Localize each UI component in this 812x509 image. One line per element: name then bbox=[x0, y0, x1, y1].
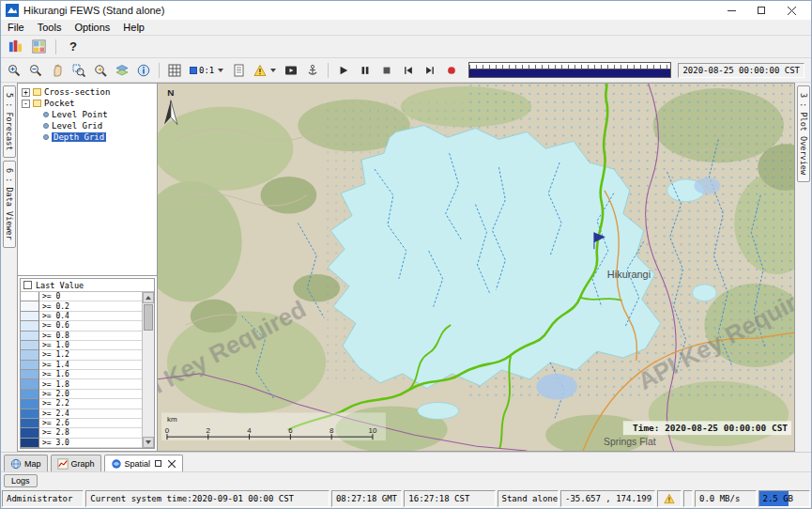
legend-swatch bbox=[21, 312, 39, 321]
expand-icon[interactable]: + bbox=[22, 88, 30, 97]
timeline-track[interactable] bbox=[469, 69, 670, 77]
status-system-time: Current system time:2020-09-01 00:00 CST bbox=[85, 490, 329, 507]
tree-node-depth-grid[interactable]: Depth Grid bbox=[18, 131, 157, 143]
status-memory: 2.5 GB bbox=[758, 490, 811, 507]
stop-icon bbox=[381, 65, 392, 76]
zoom-previous-icon bbox=[94, 64, 107, 77]
tab-plot-overview[interactable]: 3 : Plot Overview bbox=[797, 85, 810, 182]
scroll-down-icon[interactable] bbox=[143, 437, 154, 448]
legend-row: >= 2.4 bbox=[21, 409, 142, 419]
spatial-display-button[interactable] bbox=[28, 38, 49, 56]
legend-row: >= 2.2 bbox=[21, 399, 142, 409]
north-label: N bbox=[167, 87, 174, 98]
legend-swatch bbox=[21, 419, 39, 428]
area-label: Springs Flat bbox=[604, 437, 656, 447]
memory-usage-text: 2.5 GB bbox=[759, 494, 798, 503]
explorer-button[interactable] bbox=[5, 38, 25, 56]
folder-icon bbox=[33, 100, 41, 107]
tab-data-viewer[interactable]: 6 : Data Viewer bbox=[3, 161, 16, 248]
record-button[interactable] bbox=[441, 61, 462, 80]
tree-node-pocket[interactable]: - Pocket bbox=[18, 98, 157, 109]
tab-graph[interactable]: Graph bbox=[51, 455, 101, 471]
help-button[interactable]: ? bbox=[63, 38, 84, 56]
legend-swatch bbox=[21, 428, 39, 438]
collapse-icon[interactable]: - bbox=[22, 100, 30, 108]
legend-swatch bbox=[21, 390, 39, 399]
interval-dropdown[interactable]: 0:1 bbox=[186, 61, 227, 80]
town-label: Hikurangi bbox=[607, 269, 651, 280]
menu-file[interactable]: File bbox=[1, 21, 31, 34]
spatial-icon bbox=[111, 458, 122, 470]
stop-button[interactable] bbox=[376, 61, 397, 80]
close-tab-icon[interactable] bbox=[166, 458, 176, 469]
legend-label: >= 0.6 bbox=[39, 321, 142, 331]
interval-value: 0:1 bbox=[199, 66, 214, 75]
tree-node-cross-section[interactable]: + Cross-section bbox=[18, 86, 157, 98]
pause-button[interactable] bbox=[355, 61, 375, 80]
pan-button[interactable] bbox=[47, 61, 68, 80]
maximize-icon[interactable] bbox=[746, 2, 776, 19]
tree-node-level-grid[interactable]: Level Grid bbox=[18, 120, 157, 131]
scrollbar-thumb[interactable] bbox=[144, 304, 153, 331]
layer-dot-icon bbox=[43, 112, 49, 117]
grid-display-button[interactable] bbox=[164, 61, 185, 80]
tab-map-label: Map bbox=[24, 459, 41, 469]
tab-map[interactable]: Map bbox=[4, 455, 48, 471]
movie-export-button[interactable] bbox=[281, 61, 301, 80]
zoom-out-icon bbox=[29, 64, 42, 77]
timeline-slider[interactable] bbox=[468, 62, 671, 78]
warnings-dropdown[interactable] bbox=[250, 61, 280, 80]
legend-label: >= 0 bbox=[39, 292, 142, 301]
status-coordinates: -35.657 , 174.199 bbox=[560, 490, 655, 507]
legend-row: >= 2.6 bbox=[21, 419, 142, 428]
layers-button[interactable] bbox=[112, 61, 132, 80]
scale-bar: km 0 2 4 6 8 10 bbox=[161, 412, 386, 440]
legend-swatch bbox=[21, 321, 39, 331]
timeseries-button[interactable] bbox=[228, 61, 249, 80]
tree-node-label: Level Grid bbox=[52, 121, 102, 131]
legend-scrollbar[interactable] bbox=[142, 292, 154, 448]
zoom-in-button[interactable] bbox=[4, 61, 24, 80]
play-icon bbox=[338, 65, 349, 76]
map-canvas[interactable]: Hikurangi Springs Flat API Key Required … bbox=[158, 84, 794, 451]
legend-label: >= 1.8 bbox=[39, 379, 142, 389]
record-icon bbox=[446, 65, 457, 76]
step-forward-button[interactable] bbox=[420, 61, 440, 80]
scroll-up-icon[interactable] bbox=[143, 292, 154, 303]
scale-tick-label: 10 bbox=[369, 426, 377, 435]
legend-swatch bbox=[21, 409, 39, 419]
map-toolbar: 0:1 bbox=[1, 58, 811, 83]
current-datetime-display: 2020-08-25 00:00:00 CST bbox=[678, 63, 804, 78]
step-backward-button[interactable] bbox=[398, 61, 419, 80]
info-button[interactable] bbox=[133, 61, 154, 80]
zoom-out-button[interactable] bbox=[25, 61, 46, 80]
legend-label: >= 0.8 bbox=[39, 332, 142, 341]
menu-help[interactable]: Help bbox=[116, 21, 151, 34]
legend-body: >= 0 >= 0.2 >= 0.4 >= 0.6 >= 0.8 >= 1.0 … bbox=[21, 292, 154, 448]
zoom-region-button[interactable] bbox=[69, 61, 89, 80]
legend-swatch bbox=[21, 399, 39, 409]
play-button[interactable] bbox=[333, 61, 354, 80]
logs-button[interactable]: Logs bbox=[4, 474, 38, 487]
last-value-checkbox[interactable] bbox=[23, 281, 32, 289]
left-tab-strip: 5 : Forecast 6 : Data Viewer bbox=[1, 83, 17, 452]
tab-spatial[interactable]: Spatial bbox=[104, 455, 184, 471]
grid-icon bbox=[168, 64, 181, 77]
legend-header: Last Value bbox=[21, 279, 154, 292]
zoom-previous-button[interactable] bbox=[90, 61, 111, 80]
detach-tab-icon[interactable] bbox=[153, 458, 163, 469]
close-icon[interactable] bbox=[776, 2, 806, 19]
profile-tool-button[interactable] bbox=[302, 61, 323, 80]
layers-icon bbox=[115, 64, 129, 77]
legend-label: >= 1.4 bbox=[39, 361, 142, 370]
status-mode: Stand alone bbox=[498, 490, 559, 507]
legend-row: >= 3.0 bbox=[21, 439, 142, 448]
scale-tick-label: 0 bbox=[165, 426, 170, 435]
menu-options[interactable]: Options bbox=[68, 21, 116, 34]
tree-node-level-point[interactable]: Level Point bbox=[18, 109, 157, 120]
tab-spatial-label: Spatial bbox=[125, 459, 151, 469]
menu-tools[interactable]: Tools bbox=[31, 21, 69, 34]
tab-forecast[interactable]: 5 : Forecast bbox=[3, 85, 16, 158]
status-warning[interactable] bbox=[657, 490, 682, 507]
minimize-icon[interactable] bbox=[716, 2, 746, 19]
